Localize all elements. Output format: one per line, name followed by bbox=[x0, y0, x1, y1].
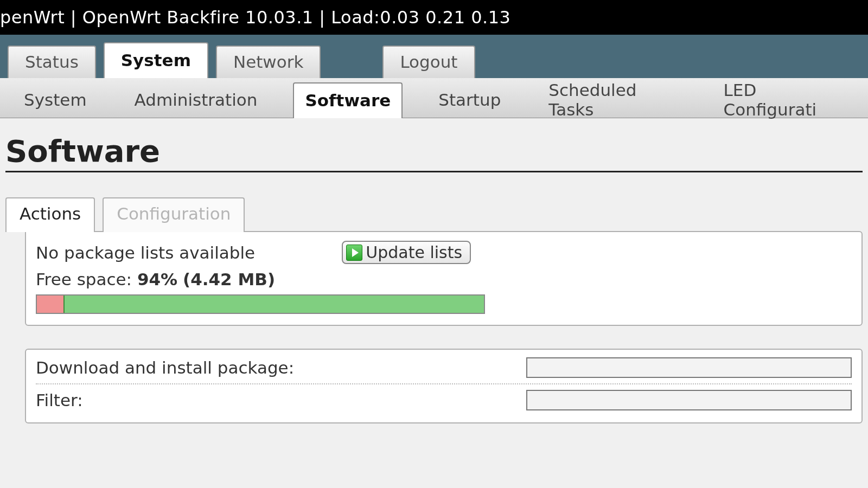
update-lists-button[interactable]: Update lists bbox=[342, 241, 471, 264]
tab-system[interactable]: System bbox=[104, 42, 208, 78]
install-row: Download and install package: bbox=[36, 352, 852, 384]
tab-status[interactable]: Status bbox=[8, 46, 96, 78]
free-space-bar bbox=[36, 294, 485, 314]
section-tab-configuration[interactable]: Configuration bbox=[103, 197, 245, 232]
used-bar bbox=[37, 296, 63, 313]
hostname-fragment: penWrt bbox=[0, 7, 65, 28]
install-package-input[interactable] bbox=[526, 357, 852, 378]
subtab-administration[interactable]: Administration bbox=[123, 82, 270, 118]
filter-label: Filter: bbox=[36, 390, 83, 410]
tab-logout[interactable]: Logout bbox=[382, 46, 475, 78]
subtab-led-configuration[interactable]: LED Configurati bbox=[712, 82, 856, 118]
page-title: Software bbox=[5, 133, 863, 172]
content-area: Software Actions Configuration No packag… bbox=[0, 118, 868, 423]
primary-nav: Status System Network Logout bbox=[0, 35, 868, 78]
subtab-scheduled-tasks[interactable]: Scheduled Tasks bbox=[537, 82, 687, 118]
load-label: Load: bbox=[331, 7, 380, 28]
free-space-percent: 94% bbox=[137, 269, 177, 289]
filter-row: Filter: bbox=[36, 384, 852, 416]
section-tabs: Actions Configuration bbox=[5, 196, 863, 231]
subtab-software[interactable]: Software bbox=[293, 82, 403, 118]
subtab-startup[interactable]: Startup bbox=[426, 82, 513, 118]
firmware-version: OpenWrt Backfire 10.03.1 bbox=[82, 7, 314, 28]
play-icon bbox=[346, 245, 362, 261]
update-lists-label: Update lists bbox=[366, 243, 462, 262]
install-label: Download and install package: bbox=[36, 358, 294, 377]
load-values: 0.03 0.21 0.13 bbox=[380, 7, 510, 28]
top-status-bar: penWrt | OpenWrt Backfire 10.03.1 | Load… bbox=[0, 0, 868, 35]
package-lists-status: No package lists available bbox=[36, 243, 255, 262]
free-space-size: 4.42 MB bbox=[190, 269, 267, 289]
free-bar bbox=[63, 296, 484, 313]
status-panel: No package lists available Update lists … bbox=[25, 231, 863, 326]
filter-input[interactable] bbox=[526, 390, 852, 410]
install-filter-panel: Download and install package: Filter: bbox=[25, 349, 863, 423]
free-space-line: Free space: 94% (4.42 MB) bbox=[36, 269, 852, 289]
tab-network[interactable]: Network bbox=[216, 46, 321, 78]
subtab-system[interactable]: System bbox=[12, 82, 99, 118]
secondary-nav: System Administration Software Startup S… bbox=[0, 78, 868, 118]
section-tab-actions[interactable]: Actions bbox=[5, 197, 95, 232]
